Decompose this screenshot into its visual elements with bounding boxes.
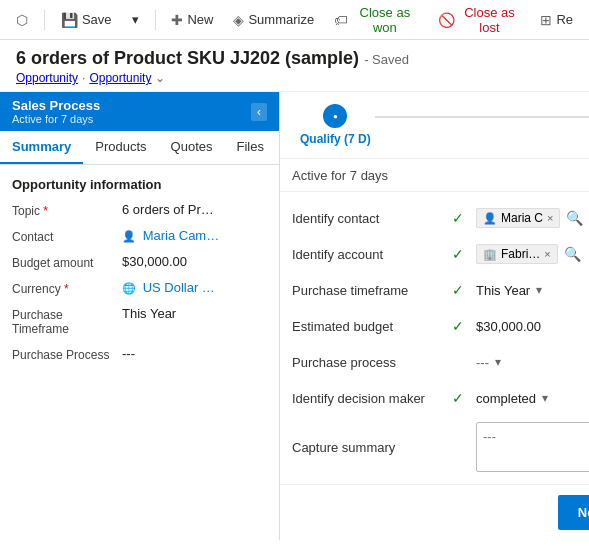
left-panel: Sales Process Active for 7 days ‹ Summar… [0, 92, 280, 540]
person-icon: 👤 [122, 230, 136, 242]
breadcrumb: Opportunity · Opportunity ⌄ [16, 71, 573, 85]
flyout-label-purchase-timeframe: Purchase timeframe [292, 283, 452, 298]
check-capture-summary: ✓ [452, 439, 468, 455]
field-label-currency: Currency [12, 280, 122, 296]
flyout-value-purchase-process: --- ▾ [476, 353, 589, 371]
flyout-label-capture-summary: Capture summary [292, 440, 452, 455]
chip-fabri: 🏢 Fabri… × [476, 244, 558, 264]
chip-remove-maria[interactable]: × [547, 212, 553, 224]
flyout-title: Active for 7 days [292, 168, 388, 183]
flyout-row-decision-maker: Identify decision maker ✓ completed ▾ [280, 380, 589, 416]
dropdown-purchase-timeframe[interactable]: ▾ [534, 281, 544, 299]
tab-quotes[interactable]: Quotes [159, 131, 225, 164]
field-row-currency: Currency 🌐 US Dollar … [12, 280, 267, 296]
check-purchase-timeframe: ✓ [452, 282, 468, 298]
close-won-button[interactable]: 🏷 Close as won [326, 1, 425, 39]
record-title: 6 orders of Product SKU JJ202 (sample) -… [16, 48, 573, 69]
check-identify-contact: ✓ [452, 210, 468, 226]
right-panel: Qualify (7 D) Develop Active for 7 days … [280, 92, 589, 540]
save-button[interactable]: 💾 Save [53, 8, 120, 32]
field-row-budget: Budget amount $30,000.00 [12, 254, 267, 270]
completed-text: completed [476, 391, 536, 406]
flyout-label-estimated-budget: Estimated budget [292, 319, 452, 334]
toolbar-separator-2 [155, 10, 156, 30]
chevron-down-icon: ▾ [132, 12, 139, 27]
completed-badge: completed [476, 391, 536, 406]
main-area: Sales Process Active for 7 days ‹ Summar… [0, 92, 589, 540]
chip-maria: 👤 Maria C × [476, 208, 560, 228]
flyout-footer: Next Stage [280, 484, 589, 540]
record-header: 6 orders of Product SKU JJ202 (sample) -… [0, 40, 589, 92]
check-estimated-budget: ✓ [452, 318, 468, 334]
breadcrumb-link-2[interactable]: Opportunity [89, 71, 151, 85]
tabs-bar: Summary Products Quotes Files [0, 131, 279, 165]
sales-process-collapse-button[interactable]: ‹ [251, 103, 267, 121]
field-value-contact[interactable]: 👤 Maria Cam… [122, 228, 267, 243]
text-estimated-budget: $30,000.00 [476, 319, 541, 334]
field-label-timeframe: Purchase Timeframe [12, 306, 122, 336]
field-label-purchase-process: Purchase Process [12, 346, 122, 362]
dropdown-decision-maker[interactable]: ▾ [540, 389, 550, 407]
chevron-left-icon: ‹ [257, 105, 261, 119]
summarize-button[interactable]: ◈ Summarize [225, 8, 322, 32]
breadcrumb-link-1[interactable]: Opportunity [16, 71, 78, 85]
next-stage-button[interactable]: Next Stage [558, 495, 589, 530]
flyout-row-estimated-budget: Estimated budget ✓ $30,000.00 [280, 308, 589, 344]
flyout-row-identify-contact: Identify contact ✓ 👤 Maria C × 🔍 [280, 200, 589, 236]
field-row-purchase-process: Purchase Process --- [12, 346, 267, 362]
close-won-icon: 🏷 [334, 12, 348, 28]
save-dropdown-button[interactable]: ▾ [124, 8, 147, 31]
close-lost-button[interactable]: 🚫 Close as lost [430, 1, 529, 39]
stage-bar: Qualify (7 D) Develop [280, 92, 589, 159]
plus-icon: ✚ [171, 12, 183, 28]
field-value-budget: $30,000.00 [122, 254, 267, 269]
tab-summary[interactable]: Summary [0, 131, 83, 164]
search-account-button[interactable]: 🔍 [562, 244, 583, 264]
field-row-contact: Contact 👤 Maria Cam… [12, 228, 267, 244]
flyout-value-identify-account: 🏢 Fabri… × 🔍 [476, 244, 589, 264]
tab-files[interactable]: Files [224, 131, 275, 164]
chip-remove-fabri[interactable]: × [544, 248, 550, 260]
flyout-value-capture-summary [476, 422, 589, 472]
sales-process-info: Sales Process Active for 7 days [12, 98, 100, 125]
flyout-value-identify-contact: 👤 Maria C × 🔍 [476, 208, 589, 228]
flyout-value-estimated-budget: $30,000.00 [476, 319, 589, 334]
field-label-budget: Budget amount [12, 254, 122, 270]
flyout-value-purchase-timeframe: This Year ▾ [476, 281, 589, 299]
search-contact-button[interactable]: 🔍 [564, 208, 585, 228]
globe-icon: 🌐 [122, 282, 136, 294]
field-row-timeframe: Purchase Timeframe This Year [12, 306, 267, 336]
text-purchase-timeframe: This Year [476, 283, 530, 298]
check-purchase-process: ✓ [452, 354, 468, 370]
flyout-label-purchase-process: Purchase process [292, 355, 452, 370]
rec-icon: ⊞ [540, 12, 552, 28]
field-value-currency[interactable]: 🌐 US Dollar … [122, 280, 267, 295]
stage-circle-qualify [323, 104, 347, 128]
capture-summary-textarea[interactable] [476, 422, 589, 472]
tab-products[interactable]: Products [83, 131, 158, 164]
flyout-label-identify-contact: Identify contact [292, 211, 452, 226]
toolbar-separator [44, 10, 45, 30]
toolbar: ⬡ 💾 Save ▾ ✚ New ◈ Summarize 🏷 Close as … [0, 0, 589, 40]
back-button[interactable]: ⬡ [8, 8, 36, 32]
flyout-header: Active for 7 days ⤢ ✕ [280, 159, 589, 192]
check-identify-account: ✓ [452, 246, 468, 262]
left-content: Opportunity information Topic 6 orders o… [0, 165, 279, 540]
field-label-topic: Topic [12, 202, 122, 218]
sales-process-title: Sales Process [12, 98, 100, 113]
chip-building-icon: 🏢 [483, 248, 497, 261]
dropdown-purchase-process[interactable]: ▾ [493, 353, 503, 371]
field-value-purchase-process: --- [122, 346, 267, 361]
new-button[interactable]: ✚ New [163, 8, 221, 32]
flyout-value-decision-maker: completed ▾ [476, 389, 589, 407]
flyout-label-identify-account: Identify account [292, 247, 452, 262]
flyout-label-decision-maker: Identify decision maker [292, 391, 452, 406]
check-decision-maker: ✓ [452, 390, 468, 406]
field-value-timeframe: This Year [122, 306, 267, 321]
stage-label-qualify: Qualify (7 D) [300, 132, 371, 146]
summarize-icon: ◈ [233, 12, 244, 28]
stage-line [375, 116, 589, 118]
chevron-icon: ⌄ [155, 71, 165, 85]
close-lost-icon: 🚫 [438, 12, 455, 28]
rec-button[interactable]: ⊞ Re [532, 8, 581, 32]
